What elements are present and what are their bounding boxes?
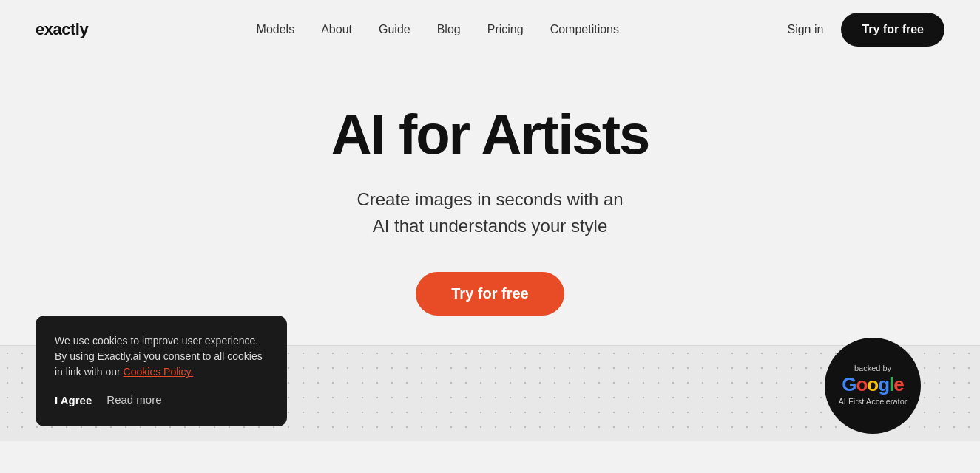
try-free-nav-button[interactable]: Try for free [841, 13, 944, 47]
signin-link[interactable]: Sign in [787, 23, 823, 36]
nav-guide[interactable]: Guide [379, 23, 410, 35]
hero-subtitle: Create images in seconds with an AI that… [356, 186, 623, 239]
hero-section: AI for Artists Create images in seconds … [0, 59, 980, 345]
nav-blog[interactable]: Blog [437, 23, 461, 35]
badge-tagline: AI First Accelerator [839, 396, 908, 407]
badge-backed-by: backed by [854, 364, 891, 372]
badge-google-logo: Google [842, 374, 904, 395]
cookie-banner: We use cookies to improve user experienc… [36, 316, 287, 426]
hero-title: AI for Artists [331, 103, 649, 166]
nav-links: Models About Guide Blog Pricing Competit… [257, 23, 619, 36]
try-free-hero-button[interactable]: Try for free [416, 272, 564, 316]
bottom-section: We use cookies to improve user experienc… [0, 345, 980, 441]
nav-models[interactable]: Models [257, 23, 295, 35]
brand-logo[interactable]: exactly [36, 20, 88, 39]
nav-competitions[interactable]: Competitions [550, 23, 619, 35]
hero-subtitle-line1: Create images in seconds with an [356, 189, 623, 209]
hero-subtitle-line2: AI that understands your style [373, 216, 608, 236]
cookie-read-more-link[interactable]: Read more [107, 392, 161, 409]
cookies-policy-link[interactable]: Cookies Policy. [124, 366, 194, 378]
nav-pricing[interactable]: Pricing [487, 23, 524, 35]
nav-about[interactable]: About [321, 23, 352, 35]
cookie-agree-button[interactable]: I Agree [55, 394, 92, 406]
navbar: exactly Models About Guide Blog Pricing … [0, 0, 980, 59]
cookie-actions: I Agree Read more [55, 392, 268, 409]
cookie-text: We use cookies to improve user experienc… [55, 333, 268, 380]
google-badge: backed by Google AI First Accelerator [825, 338, 921, 434]
navbar-right: Sign in Try for free [787, 13, 944, 47]
